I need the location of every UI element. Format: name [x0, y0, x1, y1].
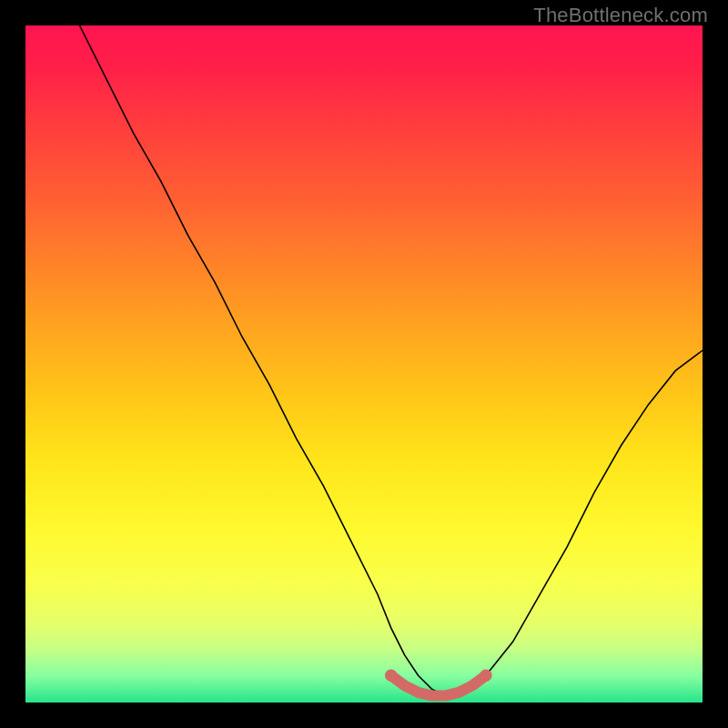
bottleneck-curve [80, 25, 703, 696]
chart-frame: TheBottleneck.com [0, 0, 728, 728]
optimal-range-endcap [485, 674, 486, 675]
plot-area [25, 25, 703, 703]
watermark-text: TheBottleneck.com [533, 4, 708, 27]
curve-svg [25, 25, 703, 703]
optimal-range-endcap [390, 674, 391, 675]
optimal-range-highlight [391, 675, 486, 695]
